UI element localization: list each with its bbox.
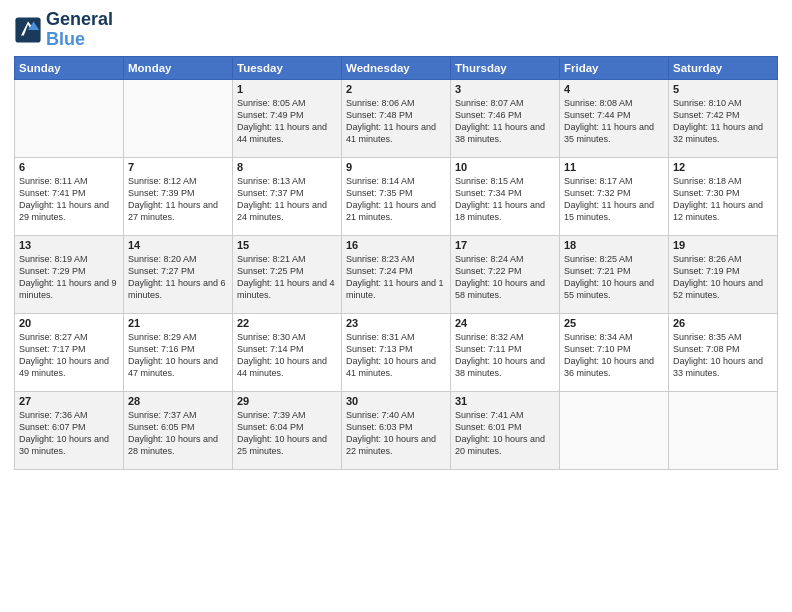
cell-content: Sunrise: 8:13 AM Sunset: 7:37 PM Dayligh… bbox=[237, 175, 337, 224]
day-number: 19 bbox=[673, 239, 773, 251]
day-number: 25 bbox=[564, 317, 664, 329]
day-number: 20 bbox=[19, 317, 119, 329]
calendar-cell: 16Sunrise: 8:23 AM Sunset: 7:24 PM Dayli… bbox=[342, 235, 451, 313]
cell-content: Sunrise: 8:06 AM Sunset: 7:48 PM Dayligh… bbox=[346, 97, 446, 146]
calendar-cell: 25Sunrise: 8:34 AM Sunset: 7:10 PM Dayli… bbox=[560, 313, 669, 391]
day-number: 26 bbox=[673, 317, 773, 329]
calendar-cell: 4Sunrise: 8:08 AM Sunset: 7:44 PM Daylig… bbox=[560, 79, 669, 157]
calendar-cell: 1Sunrise: 8:05 AM Sunset: 7:49 PM Daylig… bbox=[233, 79, 342, 157]
cell-content: Sunrise: 8:19 AM Sunset: 7:29 PM Dayligh… bbox=[19, 253, 119, 302]
cell-content: Sunrise: 8:07 AM Sunset: 7:46 PM Dayligh… bbox=[455, 97, 555, 146]
day-header-monday: Monday bbox=[124, 56, 233, 79]
calendar-cell: 24Sunrise: 8:32 AM Sunset: 7:11 PM Dayli… bbox=[451, 313, 560, 391]
calendar-cell: 21Sunrise: 8:29 AM Sunset: 7:16 PM Dayli… bbox=[124, 313, 233, 391]
day-header-wednesday: Wednesday bbox=[342, 56, 451, 79]
cell-content: Sunrise: 7:37 AM Sunset: 6:05 PM Dayligh… bbox=[128, 409, 228, 458]
day-number: 8 bbox=[237, 161, 337, 173]
day-number: 18 bbox=[564, 239, 664, 251]
calendar-cell: 29Sunrise: 7:39 AM Sunset: 6:04 PM Dayli… bbox=[233, 391, 342, 469]
day-header-tuesday: Tuesday bbox=[233, 56, 342, 79]
calendar-cell: 18Sunrise: 8:25 AM Sunset: 7:21 PM Dayli… bbox=[560, 235, 669, 313]
calendar-cell bbox=[669, 391, 778, 469]
calendar-header-row: SundayMondayTuesdayWednesdayThursdayFrid… bbox=[15, 56, 778, 79]
day-header-saturday: Saturday bbox=[669, 56, 778, 79]
cell-content: Sunrise: 8:14 AM Sunset: 7:35 PM Dayligh… bbox=[346, 175, 446, 224]
day-header-sunday: Sunday bbox=[15, 56, 124, 79]
header: General Blue bbox=[14, 10, 778, 50]
calendar-cell: 20Sunrise: 8:27 AM Sunset: 7:17 PM Dayli… bbox=[15, 313, 124, 391]
day-number: 15 bbox=[237, 239, 337, 251]
day-number: 24 bbox=[455, 317, 555, 329]
calendar-week-2: 6Sunrise: 8:11 AM Sunset: 7:41 PM Daylig… bbox=[15, 157, 778, 235]
day-number: 16 bbox=[346, 239, 446, 251]
cell-content: Sunrise: 8:15 AM Sunset: 7:34 PM Dayligh… bbox=[455, 175, 555, 224]
day-number: 27 bbox=[19, 395, 119, 407]
calendar-week-4: 20Sunrise: 8:27 AM Sunset: 7:17 PM Dayli… bbox=[15, 313, 778, 391]
cell-content: Sunrise: 8:10 AM Sunset: 7:42 PM Dayligh… bbox=[673, 97, 773, 146]
cell-content: Sunrise: 8:27 AM Sunset: 7:17 PM Dayligh… bbox=[19, 331, 119, 380]
cell-content: Sunrise: 8:29 AM Sunset: 7:16 PM Dayligh… bbox=[128, 331, 228, 380]
calendar-cell: 12Sunrise: 8:18 AM Sunset: 7:30 PM Dayli… bbox=[669, 157, 778, 235]
calendar-cell: 9Sunrise: 8:14 AM Sunset: 7:35 PM Daylig… bbox=[342, 157, 451, 235]
calendar-cell: 3Sunrise: 8:07 AM Sunset: 7:46 PM Daylig… bbox=[451, 79, 560, 157]
day-number: 6 bbox=[19, 161, 119, 173]
cell-content: Sunrise: 8:08 AM Sunset: 7:44 PM Dayligh… bbox=[564, 97, 664, 146]
day-number: 13 bbox=[19, 239, 119, 251]
cell-content: Sunrise: 8:24 AM Sunset: 7:22 PM Dayligh… bbox=[455, 253, 555, 302]
day-number: 5 bbox=[673, 83, 773, 95]
day-number: 28 bbox=[128, 395, 228, 407]
day-number: 7 bbox=[128, 161, 228, 173]
cell-content: Sunrise: 7:40 AM Sunset: 6:03 PM Dayligh… bbox=[346, 409, 446, 458]
calendar-cell: 22Sunrise: 8:30 AM Sunset: 7:14 PM Dayli… bbox=[233, 313, 342, 391]
calendar-cell: 15Sunrise: 8:21 AM Sunset: 7:25 PM Dayli… bbox=[233, 235, 342, 313]
calendar-cell bbox=[560, 391, 669, 469]
cell-content: Sunrise: 8:17 AM Sunset: 7:32 PM Dayligh… bbox=[564, 175, 664, 224]
calendar-cell: 8Sunrise: 8:13 AM Sunset: 7:37 PM Daylig… bbox=[233, 157, 342, 235]
cell-content: Sunrise: 8:31 AM Sunset: 7:13 PM Dayligh… bbox=[346, 331, 446, 380]
calendar-week-3: 13Sunrise: 8:19 AM Sunset: 7:29 PM Dayli… bbox=[15, 235, 778, 313]
cell-content: Sunrise: 8:26 AM Sunset: 7:19 PM Dayligh… bbox=[673, 253, 773, 302]
calendar-cell: 27Sunrise: 7:36 AM Sunset: 6:07 PM Dayli… bbox=[15, 391, 124, 469]
cell-content: Sunrise: 8:21 AM Sunset: 7:25 PM Dayligh… bbox=[237, 253, 337, 302]
day-number: 9 bbox=[346, 161, 446, 173]
logo-text: General Blue bbox=[46, 10, 113, 50]
calendar-cell: 14Sunrise: 8:20 AM Sunset: 7:27 PM Dayli… bbox=[124, 235, 233, 313]
logo: General Blue bbox=[14, 10, 113, 50]
day-number: 29 bbox=[237, 395, 337, 407]
day-number: 21 bbox=[128, 317, 228, 329]
calendar-cell: 28Sunrise: 7:37 AM Sunset: 6:05 PM Dayli… bbox=[124, 391, 233, 469]
day-number: 22 bbox=[237, 317, 337, 329]
day-number: 14 bbox=[128, 239, 228, 251]
calendar-cell: 13Sunrise: 8:19 AM Sunset: 7:29 PM Dayli… bbox=[15, 235, 124, 313]
day-number: 30 bbox=[346, 395, 446, 407]
cell-content: Sunrise: 8:20 AM Sunset: 7:27 PM Dayligh… bbox=[128, 253, 228, 302]
calendar-cell: 11Sunrise: 8:17 AM Sunset: 7:32 PM Dayli… bbox=[560, 157, 669, 235]
cell-content: Sunrise: 8:12 AM Sunset: 7:39 PM Dayligh… bbox=[128, 175, 228, 224]
day-header-thursday: Thursday bbox=[451, 56, 560, 79]
calendar-week-5: 27Sunrise: 7:36 AM Sunset: 6:07 PM Dayli… bbox=[15, 391, 778, 469]
cell-content: Sunrise: 8:30 AM Sunset: 7:14 PM Dayligh… bbox=[237, 331, 337, 380]
calendar-cell: 23Sunrise: 8:31 AM Sunset: 7:13 PM Dayli… bbox=[342, 313, 451, 391]
cell-content: Sunrise: 8:32 AM Sunset: 7:11 PM Dayligh… bbox=[455, 331, 555, 380]
day-number: 10 bbox=[455, 161, 555, 173]
logo-icon bbox=[14, 16, 42, 44]
calendar-cell: 6Sunrise: 8:11 AM Sunset: 7:41 PM Daylig… bbox=[15, 157, 124, 235]
day-number: 2 bbox=[346, 83, 446, 95]
day-number: 1 bbox=[237, 83, 337, 95]
calendar-cell: 31Sunrise: 7:41 AM Sunset: 6:01 PM Dayli… bbox=[451, 391, 560, 469]
cell-content: Sunrise: 7:39 AM Sunset: 6:04 PM Dayligh… bbox=[237, 409, 337, 458]
calendar-cell: 30Sunrise: 7:40 AM Sunset: 6:03 PM Dayli… bbox=[342, 391, 451, 469]
cell-content: Sunrise: 8:35 AM Sunset: 7:08 PM Dayligh… bbox=[673, 331, 773, 380]
page-container: General Blue SundayMondayTuesdayWednesda… bbox=[0, 0, 792, 612]
calendar-cell: 17Sunrise: 8:24 AM Sunset: 7:22 PM Dayli… bbox=[451, 235, 560, 313]
day-number: 17 bbox=[455, 239, 555, 251]
day-number: 11 bbox=[564, 161, 664, 173]
calendar-cell: 7Sunrise: 8:12 AM Sunset: 7:39 PM Daylig… bbox=[124, 157, 233, 235]
calendar-cell bbox=[124, 79, 233, 157]
calendar-cell: 19Sunrise: 8:26 AM Sunset: 7:19 PM Dayli… bbox=[669, 235, 778, 313]
cell-content: Sunrise: 8:18 AM Sunset: 7:30 PM Dayligh… bbox=[673, 175, 773, 224]
calendar-week-1: 1Sunrise: 8:05 AM Sunset: 7:49 PM Daylig… bbox=[15, 79, 778, 157]
calendar-cell: 5Sunrise: 8:10 AM Sunset: 7:42 PM Daylig… bbox=[669, 79, 778, 157]
cell-content: Sunrise: 8:11 AM Sunset: 7:41 PM Dayligh… bbox=[19, 175, 119, 224]
cell-content: Sunrise: 8:34 AM Sunset: 7:10 PM Dayligh… bbox=[564, 331, 664, 380]
